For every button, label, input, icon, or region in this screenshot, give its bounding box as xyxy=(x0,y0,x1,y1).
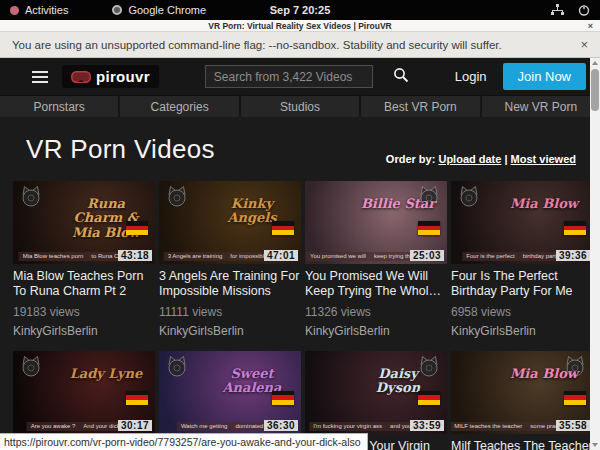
order-most-viewed-link[interactable]: Most viewed xyxy=(511,153,576,165)
site-logo-text: pirouvr xyxy=(96,68,150,85)
search-icon xyxy=(393,67,409,83)
chrome-warning-infobar: You are using an unsupported command-lin… xyxy=(0,32,600,58)
main-nav: PornstarsCategoriesStudiosBest VR PornNe… xyxy=(0,95,600,117)
site-logo[interactable]: pirouvr xyxy=(62,65,159,88)
video-views: 11111 views xyxy=(159,305,301,319)
window-title: VR Porn: Virtual Reality Sex Videos | Pi… xyxy=(208,21,391,31)
thumbnail-performer-name: Mia Blow xyxy=(500,367,588,381)
search-input[interactable] xyxy=(205,65,373,88)
video-thumbnail[interactable]: Daisy Dyson I'm fucking your virgin assa… xyxy=(305,351,447,434)
german-flag-icon xyxy=(418,391,440,405)
video-thumbnail[interactable]: Billie Star You promised we willkeep try… xyxy=(305,181,447,264)
video-views: 11326 views xyxy=(305,305,447,319)
nav-item-pornstars[interactable]: Pornstars xyxy=(0,95,120,117)
site-header: pirouvr Login Join Now xyxy=(0,58,600,95)
order-by-label: Order by: xyxy=(386,153,436,165)
infobar-message: You are using an unsupported command-lin… xyxy=(12,39,502,51)
german-flag-icon xyxy=(126,221,148,235)
search-button[interactable] xyxy=(393,67,409,86)
video-card[interactable]: Kinky Angels 3 Angels are trainingfor im… xyxy=(159,181,301,338)
video-studio-link[interactable]: KinkyGirlsBerlin xyxy=(451,324,593,338)
video-thumbnail[interactable]: Kinky Angels 3 Angels are trainingfor im… xyxy=(159,181,301,264)
video-card[interactable]: Billie Star You promised we willkeep try… xyxy=(305,181,447,338)
video-duration-badge: 43:18 xyxy=(118,250,152,261)
thumbnail-performer-name: Billie Star xyxy=(354,197,442,211)
join-now-button[interactable]: Join Now xyxy=(503,63,586,90)
system-top-bar: Activities Google Chrome Sep 7 20:25 xyxy=(0,0,600,20)
thumbnail-performer-name: Mia Blow xyxy=(500,197,588,211)
page-title: VR Porn Videos xyxy=(26,134,215,165)
video-duration-badge: 25:03 xyxy=(410,250,444,261)
video-duration-badge: 30:17 xyxy=(118,420,152,431)
studio-cat-mask-icon xyxy=(457,185,481,207)
studio-cat-mask-icon xyxy=(165,185,189,207)
network-icon[interactable] xyxy=(551,4,564,16)
scrollbar-up-arrow-icon[interactable] xyxy=(590,58,600,68)
window-close-icon[interactable]: × xyxy=(588,20,593,32)
video-title-link[interactable]: Milf Teaches The Teacher Some Practical … xyxy=(451,439,593,450)
scrollbar-down-arrow-icon[interactable] xyxy=(590,440,600,450)
video-duration-badge: 35:58 xyxy=(556,420,590,431)
menu-hamburger-icon[interactable] xyxy=(32,71,48,83)
german-flag-icon xyxy=(418,221,440,235)
video-duration-badge: 47:01 xyxy=(264,250,298,261)
vr-goggles-icon xyxy=(71,71,91,83)
video-thumbnail[interactable]: Lady Lyne Are you awake ?And your dick a… xyxy=(13,351,155,434)
nav-item-new-vr-porn[interactable]: New VR Porn xyxy=(482,95,600,117)
nav-item-categories[interactable]: Categories xyxy=(120,95,240,117)
german-flag-icon xyxy=(126,391,148,405)
power-icon[interactable] xyxy=(578,4,590,16)
video-duration-badge: 39:36 xyxy=(556,250,590,261)
video-grid: Runa Charm & Mia Blow Mia Blow teaches p… xyxy=(0,173,600,450)
video-title-link[interactable]: 3 Angels Are Training For Impossible Mis… xyxy=(159,269,301,299)
page-scrollbar[interactable] xyxy=(590,58,600,450)
video-title-link[interactable]: Mia Blow Teaches Porn To Runa Charm Pt 2 xyxy=(13,269,155,299)
video-card[interactable]: Runa Charm & Mia Blow Mia Blow teaches p… xyxy=(13,181,155,338)
link-target-status-tooltip: https://pirouvr.com/vr-porn-video/779325… xyxy=(0,433,368,450)
german-flag-icon xyxy=(564,391,586,405)
video-thumbnail[interactable]: Mia Blow Four is the perfectbirthday par… xyxy=(451,181,593,264)
video-studio-link[interactable]: KinkyGirlsBerlin xyxy=(159,324,301,338)
video-views: 6958 views xyxy=(451,305,593,319)
video-card[interactable]: Mia Blow MILF teaches the teachersome pr… xyxy=(451,351,593,450)
order-upload-date-link[interactable]: Upload date xyxy=(438,153,501,165)
scrollbar-thumb[interactable] xyxy=(591,69,599,111)
video-studio-link[interactable]: KinkyGirlsBerlin xyxy=(305,324,447,338)
infobar-close-icon[interactable]: × xyxy=(580,38,588,51)
studio-cat-mask-icon xyxy=(165,355,189,377)
german-flag-icon xyxy=(272,391,294,405)
video-studio-link[interactable]: KinkyGirlsBerlin xyxy=(13,324,155,338)
studio-cat-mask-icon xyxy=(19,185,43,207)
video-title-link[interactable]: You Promised We Will Keep Trying The Who… xyxy=(305,269,447,299)
video-title-link[interactable]: Four Is The Perfect Birthday Party For M… xyxy=(451,269,593,299)
nav-item-best-vr-porn[interactable]: Best VR Porn xyxy=(361,95,481,117)
video-duration-badge: 33:59 xyxy=(410,420,444,431)
german-flag-icon xyxy=(272,221,294,235)
studio-cat-mask-icon xyxy=(19,355,43,377)
order-by-controls: Order by: Upload date | Most viewed xyxy=(386,153,576,165)
login-link[interactable]: Login xyxy=(455,69,487,84)
thumbnail-performer-name: Lady Lyne xyxy=(62,367,150,381)
window-title-bar: VR Porn: Virtual Reality Sex Videos | Pi… xyxy=(0,20,600,32)
nav-item-studios[interactable]: Studios xyxy=(241,95,361,117)
video-thumbnail[interactable]: Mia Blow MILF teaches the teachersome pr… xyxy=(451,351,593,434)
german-flag-icon xyxy=(564,221,586,235)
video-thumbnail[interactable]: Sweet Analena Watch me gettingdominated … xyxy=(159,351,301,434)
video-thumbnail[interactable]: Runa Charm & Mia Blow Mia Blow teaches p… xyxy=(13,181,155,264)
video-views: 19183 views xyxy=(13,305,155,319)
system-clock[interactable]: Sep 7 20:25 xyxy=(0,4,600,16)
browser-viewport: pirouvr Login Join Now PornstarsCategori… xyxy=(0,58,600,450)
video-duration-badge: 36:30 xyxy=(264,420,298,431)
video-card[interactable]: Mia Blow Four is the perfectbirthday par… xyxy=(451,181,593,338)
